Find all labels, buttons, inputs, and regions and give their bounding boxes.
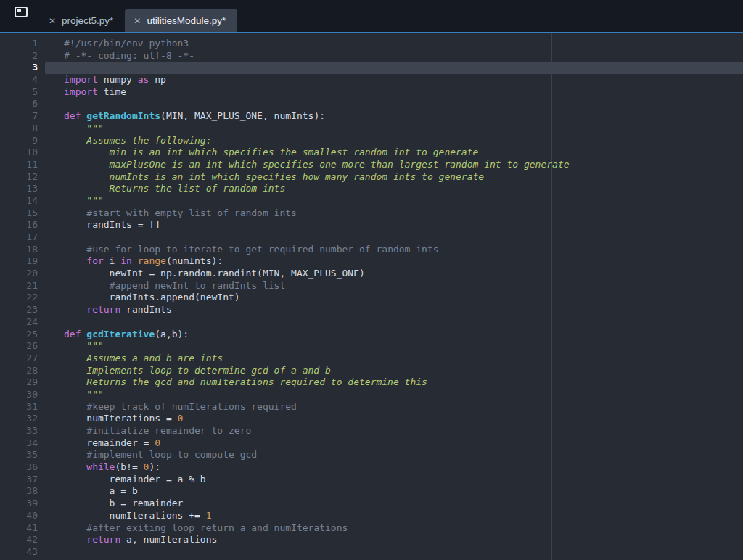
code-text: b = remainder (45, 498, 743, 510)
line-number: 43 (0, 546, 45, 559)
code-line[interactable]: 32 numIterations = 0 (0, 413, 743, 425)
code-line[interactable]: 14 """ (0, 195, 743, 207)
tab-utilitiesmodule[interactable]: ✕ utilitiesModule.py* (125, 9, 237, 32)
line-number: 38 (0, 485, 45, 498)
code-line[interactable]: 25def gcdIterative(a,b): (0, 329, 743, 341)
code-text: numIterations = 0 (45, 413, 743, 425)
code-text: #append newInt to randInts list (45, 280, 743, 292)
line-number: 25 (0, 329, 45, 341)
line-number: 37 (0, 474, 45, 486)
code-line[interactable]: 2# -*- coding: utf-8 -*- (0, 50, 743, 62)
line-number: 8 (0, 123, 45, 135)
code-line[interactable]: 16 randInts = [] (0, 219, 743, 231)
code-line[interactable]: 33 #initialize remainder to zero (0, 425, 743, 437)
code-line[interactable]: 21 #append newInt to randInts list (0, 280, 743, 292)
code-text: import time (45, 86, 743, 99)
code-line[interactable]: 15 #start with empty list of random ints (0, 207, 743, 220)
code-text (45, 98, 743, 110)
code-text: maxPlusOne is an int which specifies one… (45, 159, 743, 171)
close-icon[interactable]: ✕ (49, 17, 56, 25)
line-number: 4 (0, 74, 45, 86)
code-line[interactable]: 22 randInts.append(newInt) (0, 292, 743, 304)
code-line[interactable]: 27 Assumes a and b are ints (0, 353, 743, 365)
line-number: 31 (0, 401, 45, 413)
code-line[interactable]: 19 for i in range(numInts): (0, 255, 743, 268)
code-text: for i in range(numInts): (45, 255, 743, 268)
line-number: 19 (0, 255, 45, 268)
code-line[interactable]: 28 Implements loop to determine gcd of a… (0, 365, 743, 377)
code-text: def gcdIterative(a,b): (45, 329, 743, 341)
code-text: #keep track of numIterations required (45, 401, 743, 413)
code-text: min is an int which specifies the smalle… (45, 147, 743, 159)
close-icon[interactable]: ✕ (134, 17, 141, 25)
line-number: 39 (0, 498, 45, 510)
code-text: #!/usr/bin/env python3 (45, 38, 743, 50)
code-text: Returns the list of random ints (45, 183, 743, 195)
code-text: randInts = [] (45, 219, 743, 231)
code-text: """ (45, 389, 743, 401)
code-line[interactable]: 13 Returns the list of random ints (0, 183, 743, 195)
line-number: 17 (0, 231, 45, 244)
code-line[interactable]: 18 #use for loop to iterate to get requi… (0, 244, 743, 256)
code-line[interactable]: 24 (0, 316, 743, 329)
code-line[interactable]: 39 b = remainder (0, 498, 743, 510)
line-number: 30 (0, 389, 45, 401)
line-number: 21 (0, 280, 45, 292)
window-icon[interactable] (15, 7, 28, 17)
code-line[interactable]: 20 newInt = np.random.randint(MIN, MAX_P… (0, 268, 743, 280)
line-number: 3 (0, 62, 45, 74)
code-line[interactable]: 43 (0, 546, 743, 559)
code-text: numInts is an int which specifies how ma… (45, 171, 743, 184)
line-number: 7 (0, 110, 45, 123)
code-line[interactable]: 34 remainder = 0 (0, 437, 743, 450)
code-text: """ (45, 340, 743, 353)
code-line[interactable]: 36 while(b!= 0): (0, 461, 743, 474)
line-number: 29 (0, 376, 45, 389)
code-line[interactable]: 4import numpy as np (0, 74, 743, 86)
code-line[interactable]: 1#!/usr/bin/env python3 (0, 38, 743, 50)
line-number: 22 (0, 292, 45, 304)
tab-project5[interactable]: ✕ project5.py* (40, 9, 125, 32)
code-line[interactable]: 41 #after exiting loop return a and numI… (0, 522, 743, 535)
code-line[interactable]: 42 return a, numIterations (0, 534, 743, 546)
code-line[interactable]: 3 (0, 62, 743, 74)
line-number: 11 (0, 159, 45, 171)
code-text (45, 546, 743, 559)
code-line[interactable]: 17 (0, 231, 743, 244)
code-line[interactable]: 12 numInts is an int which specifies how… (0, 171, 743, 184)
tab-label: project5.py* (62, 15, 113, 26)
code-line[interactable]: 31 #keep track of numIterations required (0, 401, 743, 413)
code-text: remainder = a % b (45, 474, 743, 486)
line-number: 16 (0, 219, 45, 231)
code-line[interactable]: 7def getRandomInts(MIN, MAX_PLUS_ONE, nu… (0, 110, 743, 123)
line-number: 26 (0, 340, 45, 353)
code-line[interactable]: 11 maxPlusOne is an int which specifies … (0, 159, 743, 171)
line-number: 27 (0, 353, 45, 365)
code-line[interactable]: 40 numIterations += 1 (0, 510, 743, 522)
line-number: 1 (0, 38, 45, 50)
code-line[interactable]: 9 Assumes the following: (0, 135, 743, 147)
code-line[interactable]: 38 a = b (0, 485, 743, 498)
line-number: 40 (0, 510, 45, 522)
editor-tabs: ✕ project5.py* ✕ utilitiesModule.py* (40, 9, 237, 32)
code-line[interactable]: 23 return randInts (0, 304, 743, 316)
code-line[interactable]: 37 remainder = a % b (0, 474, 743, 486)
code-text: #start with empty list of random ints (45, 207, 743, 220)
line-number: 14 (0, 195, 45, 207)
code-line[interactable]: 26 """ (0, 340, 743, 353)
line-number: 34 (0, 437, 45, 450)
code-line[interactable]: 8 """ (0, 123, 743, 135)
line-number: 35 (0, 449, 45, 461)
editor[interactable]: 1#!/usr/bin/env python32# -*- coding: ut… (0, 33, 743, 560)
code-line[interactable]: 5import time (0, 86, 743, 99)
code-text: Implements loop to determine gcd of a an… (45, 365, 743, 377)
code-line[interactable]: 6 (0, 98, 743, 110)
line-number: 2 (0, 50, 45, 62)
code-line[interactable]: 10 min is an int which specifies the sma… (0, 147, 743, 159)
code-line[interactable]: 30 """ (0, 389, 743, 401)
code-text: #implement loop to compute gcd (45, 449, 743, 461)
code-text (45, 316, 743, 329)
line-number: 36 (0, 461, 45, 474)
code-line[interactable]: 29 Returns the gcd and numIterations req… (0, 376, 743, 389)
code-line[interactable]: 35 #implement loop to compute gcd (0, 449, 743, 461)
